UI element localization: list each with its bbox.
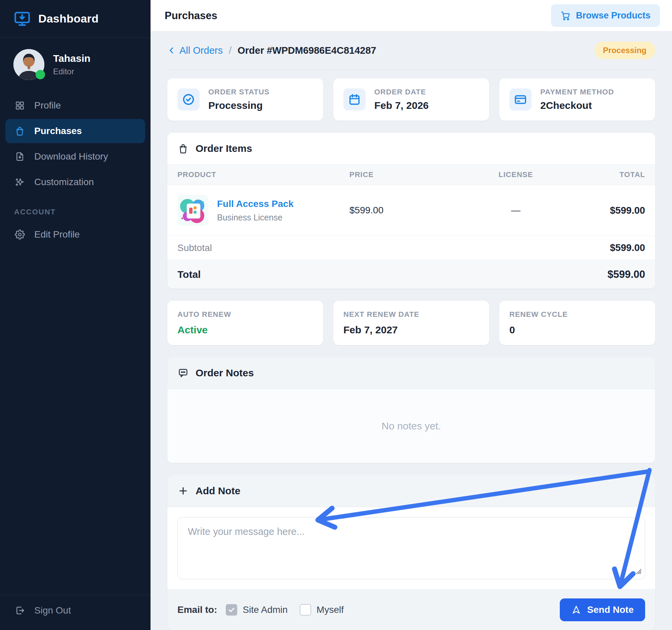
total-value: $599.00 <box>607 268 645 281</box>
shopping-bag-icon <box>177 143 189 154</box>
add-note-panel: Add Note Email to: <box>167 475 655 630</box>
breadcrumb: All Orders / Order #WPDM6986E4C814287 Pr… <box>167 42 655 70</box>
column-product: PRODUCT <box>177 170 350 179</box>
no-notes-text: No notes yet. <box>382 420 441 432</box>
auto-renew-value: Active <box>177 324 313 336</box>
product-thumbnail <box>177 195 208 226</box>
file-download-icon <box>14 151 26 162</box>
order-notes-body: No notes yet. <box>167 389 655 463</box>
sidebar-spacer <box>0 248 150 595</box>
summary-cards: ORDER STATUS Processing ORDER DATE Feb 7… <box>167 78 655 121</box>
checkbox-icon <box>226 604 237 615</box>
check-circle-icon <box>177 88 199 111</box>
column-total: TOTAL <box>571 170 645 179</box>
add-note-footer: Email to: Site Admin Myself <box>167 589 655 630</box>
main-area: Purchases Browse Products <box>150 0 672 630</box>
user-name: Tahasin <box>53 53 90 64</box>
account-section-label: ACCOUNT <box>0 196 150 222</box>
browse-products-button[interactable]: Browse Products <box>551 4 660 27</box>
card-label: NEXT RENEW DATE <box>343 310 479 319</box>
renewal-cards: AUTO RENEW Active NEXT RENEW DATE Feb 7,… <box>167 301 655 345</box>
topbar: Purchases Browse Products <box>150 0 672 31</box>
plus-icon <box>177 485 189 496</box>
user-role: Editor <box>53 67 90 76</box>
sidebar-item-label: Purchases <box>34 126 82 137</box>
checkbox-site-admin[interactable]: Site Admin <box>226 604 288 615</box>
sidebar-nav: Profile Purchases Down <box>0 93 150 196</box>
sidebar-item-profile[interactable]: Profile <box>5 93 145 118</box>
sign-out-label: Sign Out <box>34 605 71 616</box>
dashboard-page: Dashboard Tahasin Editor <box>0 0 672 630</box>
card-value: Feb 7, 2026 <box>374 100 429 111</box>
shopping-bag-icon <box>14 125 26 137</box>
payment-method-card: PAYMENT METHOD 2Checkout <box>499 78 655 121</box>
online-status-dot <box>35 70 45 79</box>
product-license: — <box>460 205 571 216</box>
sidebar-item-label: Edit Profile <box>34 229 80 240</box>
card-value: 2Checkout <box>540 100 614 111</box>
paper-plane-icon <box>571 605 581 615</box>
all-orders-back-link[interactable]: All Orders <box>167 45 223 56</box>
add-note-body <box>167 507 655 589</box>
user-card: Tahasin Editor <box>0 38 150 93</box>
order-items-table-header: PRODUCT PRICE LICENSE TOTAL <box>167 164 655 185</box>
total-row: Total $599.00 <box>167 260 655 289</box>
chevron-left-icon <box>167 46 176 55</box>
avatar <box>14 49 44 80</box>
page-title: Purchases <box>165 10 217 22</box>
checkbox-myself[interactable]: Myself <box>300 604 344 615</box>
logout-icon <box>14 605 26 616</box>
card-label: ORDER STATUS <box>208 88 269 96</box>
email-to-label: Email to: <box>177 604 217 615</box>
product-license-type: Business License <box>217 213 294 222</box>
content: All Orders / Order #WPDM6986E4C814287 Pr… <box>150 31 672 630</box>
sidebar-item-customization[interactable]: Customization <box>5 170 145 194</box>
checkbox-label: Myself <box>316 604 344 615</box>
sidebar-item-purchases[interactable]: Purchases <box>5 119 145 143</box>
checkbox-label: Site Admin <box>243 604 288 615</box>
order-status-badge: Processing <box>594 42 655 59</box>
add-note-title: Add Note <box>196 485 240 496</box>
table-row: Full Access Pack Business License $599.0… <box>167 185 655 236</box>
sidebar: Dashboard Tahasin Editor <box>0 0 150 630</box>
browse-products-label: Browse Products <box>576 10 650 21</box>
sidebar-item-edit-profile[interactable]: Edit Profile <box>5 222 145 247</box>
send-note-button[interactable]: Send Note <box>560 599 645 621</box>
credit-card-icon <box>509 88 532 111</box>
note-message-input[interactable] <box>177 517 645 579</box>
checkbox-icon <box>300 604 311 615</box>
grid-icon <box>14 100 26 111</box>
order-notes-panel: Order Notes No notes yet. <box>167 357 655 463</box>
order-items-header: Order Items <box>167 133 655 164</box>
card-value: Processing <box>208 100 269 111</box>
calendar-icon <box>343 88 365 111</box>
order-notes-header: Order Notes <box>167 357 655 389</box>
order-notes-title: Order Notes <box>196 367 254 379</box>
renew-cycle-card: RENEW CYCLE 0 <box>499 301 655 345</box>
breadcrumb-separator: / <box>229 45 232 56</box>
comment-icon <box>177 367 189 379</box>
subtotal-label: Subtotal <box>177 243 212 253</box>
order-number: Order #WPDM6986E4C814287 <box>238 45 376 56</box>
account-nav: Edit Profile <box>0 222 150 248</box>
subtotal-row: Subtotal $599.00 <box>167 236 655 260</box>
order-items-title: Order Items <box>196 143 252 154</box>
sidebar-item-label: Customization <box>34 177 94 188</box>
card-label: RENEW CYCLE <box>509 310 645 319</box>
sign-out-button[interactable]: Sign Out <box>5 599 145 623</box>
auto-renew-card: AUTO RENEW Active <box>167 301 323 345</box>
card-label: PAYMENT METHOD <box>540 88 614 96</box>
sidebar-item-label: Download History <box>34 151 108 162</box>
brand-title: Dashboard <box>38 12 98 25</box>
sidebar-item-download-history[interactable]: Download History <box>5 144 145 169</box>
total-label: Total <box>177 269 200 280</box>
sparkles-icon <box>14 176 26 188</box>
brand-header: Dashboard <box>0 0 150 38</box>
add-note-header: Add Note <box>167 475 655 507</box>
product-name-link[interactable]: Full Access Pack <box>217 199 294 209</box>
card-label: AUTO RENEW <box>177 310 313 319</box>
send-note-label: Send Note <box>587 604 634 615</box>
column-price: PRICE <box>350 170 460 179</box>
download-monitor-logo-icon <box>14 10 31 28</box>
cart-icon <box>560 11 571 21</box>
